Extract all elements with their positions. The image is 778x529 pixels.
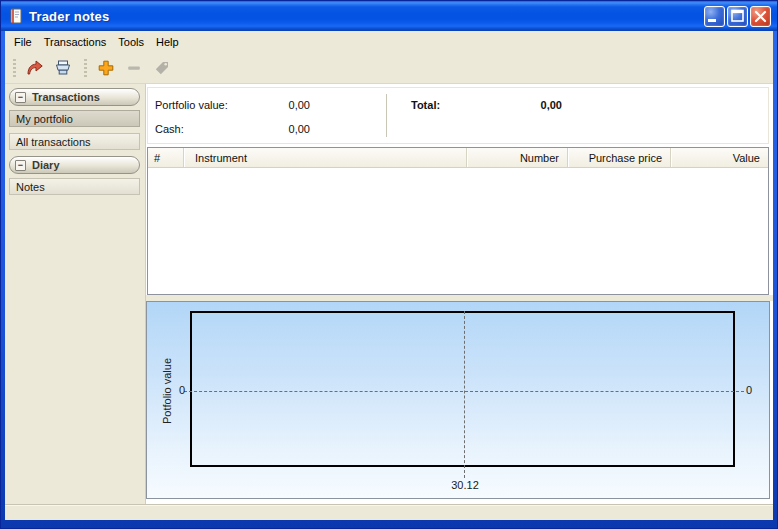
sidebar-group-diary[interactable]: − Diary bbox=[9, 156, 140, 174]
edit-transaction-button[interactable] bbox=[149, 56, 175, 80]
tag-icon bbox=[153, 59, 171, 77]
content-area: − Transactions My portfolio All transact… bbox=[5, 84, 773, 504]
column-header-number[interactable]: Number bbox=[467, 148, 568, 167]
sidebar-group-label: Diary bbox=[32, 159, 60, 171]
portfolio-value-chart: Potfolio value 0 0 30.12 bbox=[146, 301, 770, 499]
sidebar-item-notes[interactable]: Notes bbox=[9, 178, 140, 195]
menu-help[interactable]: Help bbox=[150, 33, 185, 51]
holdings-table: # Instrument Number Purchase price Value bbox=[147, 147, 769, 295]
collapse-icon[interactable]: − bbox=[15, 92, 26, 103]
minimize-button[interactable] bbox=[704, 6, 725, 27]
cash-value: 0,00 bbox=[232, 123, 310, 135]
column-header-index[interactable]: # bbox=[148, 148, 184, 167]
portfolio-value-label: Portfolio value: bbox=[155, 99, 228, 111]
client-area: File Transactions Tools Help bbox=[5, 31, 773, 520]
chart-x-tick: 30.12 bbox=[439, 479, 491, 491]
menu-file[interactable]: File bbox=[8, 33, 38, 51]
menu-tools[interactable]: Tools bbox=[112, 33, 150, 51]
sidebar-item-label: All transactions bbox=[16, 136, 91, 148]
minus-icon bbox=[125, 59, 143, 77]
add-transaction-button[interactable] bbox=[93, 56, 119, 80]
main-panel: Portfolio value: 0,00 Cash: 0,00 Total: … bbox=[146, 84, 773, 504]
total-label: Total: bbox=[411, 99, 440, 111]
export-button[interactable] bbox=[22, 56, 48, 80]
remove-transaction-button[interactable] bbox=[121, 56, 147, 80]
toolbar-separator bbox=[84, 59, 87, 77]
toolbar-grip[interactable] bbox=[13, 59, 16, 77]
cash-label: Cash: bbox=[155, 123, 184, 135]
portfolio-summary: Portfolio value: 0,00 Cash: 0,00 Total: … bbox=[147, 87, 769, 144]
sidebar: − Transactions My portfolio All transact… bbox=[5, 84, 146, 504]
column-header-instrument[interactable]: Instrument bbox=[184, 148, 467, 167]
app-logo-icon bbox=[8, 8, 24, 24]
sidebar-item-my-portfolio[interactable]: My portfolio bbox=[9, 110, 140, 127]
close-button[interactable] bbox=[750, 6, 771, 27]
plus-icon bbox=[97, 59, 115, 77]
menu-transactions[interactable]: Transactions bbox=[38, 33, 113, 51]
total-value: 0,00 bbox=[482, 99, 562, 111]
sidebar-item-all-transactions[interactable]: All transactions bbox=[9, 133, 140, 150]
sidebar-group-transactions[interactable]: − Transactions bbox=[9, 88, 140, 106]
app-window: Trader notes File Tr bbox=[0, 0, 778, 529]
red-curved-arrow-icon bbox=[25, 58, 45, 78]
chart-plot-area bbox=[190, 311, 735, 467]
chart-y-tick-right: 0 bbox=[746, 384, 752, 396]
sidebar-item-label: My portfolio bbox=[16, 113, 73, 125]
collapse-icon[interactable]: − bbox=[15, 160, 26, 171]
portfolio-value: 0,00 bbox=[232, 99, 310, 111]
column-header-value[interactable]: Value bbox=[671, 148, 768, 167]
summary-divider bbox=[386, 94, 387, 137]
window-title: Trader notes bbox=[29, 9, 109, 24]
menu-bar: File Transactions Tools Help bbox=[5, 31, 773, 53]
minimize-icon bbox=[705, 7, 724, 26]
status-bar bbox=[5, 504, 773, 520]
maximize-button[interactable] bbox=[727, 6, 748, 27]
maximize-icon bbox=[728, 7, 747, 26]
column-header-purchase-price[interactable]: Purchase price bbox=[568, 148, 671, 167]
toolbar bbox=[5, 53, 773, 84]
sidebar-item-label: Notes bbox=[16, 181, 45, 193]
chart-date-gridline bbox=[464, 311, 465, 478]
close-icon bbox=[751, 7, 770, 26]
title-bar: Trader notes bbox=[1, 1, 778, 31]
table-body-empty[interactable] bbox=[148, 168, 768, 295]
table-header-row: # Instrument Number Purchase price Value bbox=[148, 148, 768, 168]
printer-icon bbox=[53, 58, 73, 78]
print-button[interactable] bbox=[50, 56, 76, 80]
sidebar-group-label: Transactions bbox=[32, 91, 100, 103]
chart-y-tick-left: 0 bbox=[167, 384, 185, 396]
